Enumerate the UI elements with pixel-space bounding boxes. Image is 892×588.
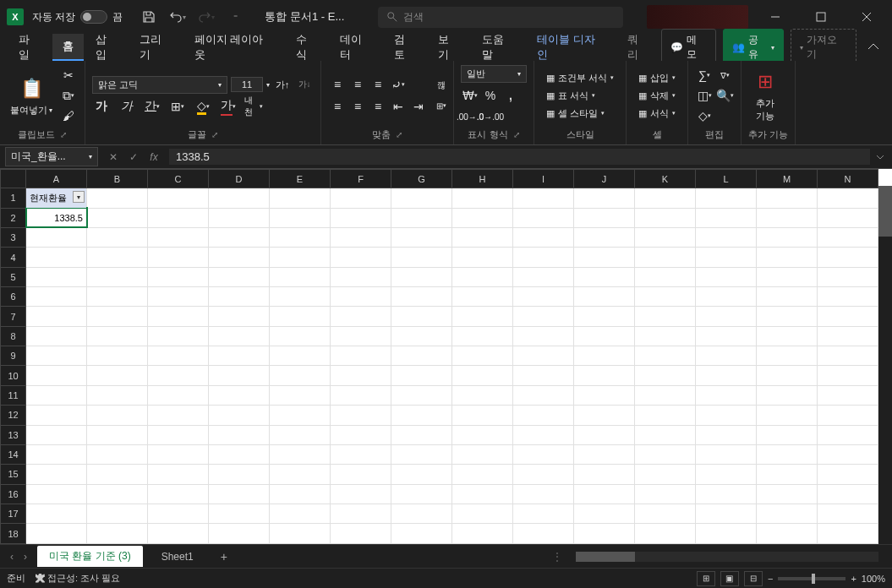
select-all-corner[interactable]: [1, 170, 26, 188]
cell-L18[interactable]: [696, 524, 757, 544]
cell-G9[interactable]: [391, 346, 452, 366]
cell-F5[interactable]: [331, 267, 391, 286]
cell-N7[interactable]: [818, 307, 878, 326]
cell-E1[interactable]: [270, 188, 331, 208]
number-launcher[interactable]: ⤢: [513, 130, 520, 139]
autosave-toggle[interactable]: 자동 저장 끔: [32, 10, 123, 24]
cell-K16[interactable]: [635, 484, 696, 504]
cell-M13[interactable]: [757, 425, 818, 444]
cell-L15[interactable]: [696, 465, 757, 484]
cell-N6[interactable]: [818, 287, 878, 307]
row-header-13[interactable]: 13: [1, 425, 26, 444]
add-sheet-button[interactable]: +: [212, 547, 236, 567]
horizontal-scrollbar[interactable]: [576, 552, 878, 562]
cell-A9[interactable]: [26, 346, 87, 366]
cell-I17[interactable]: [513, 504, 574, 524]
cell-F12[interactable]: [331, 406, 391, 425]
cell-D1[interactable]: [209, 188, 270, 208]
cell-E4[interactable]: [270, 248, 331, 267]
sheet-tab-sheet1[interactable]: Sheet1: [150, 547, 205, 566]
cell-J15[interactable]: [574, 465, 635, 484]
cell-D11[interactable]: [209, 385, 270, 405]
cell-G13[interactable]: [391, 425, 452, 444]
cell-L14[interactable]: [696, 444, 757, 464]
cell-J8[interactable]: [574, 326, 635, 346]
cell-E6[interactable]: [270, 287, 331, 307]
cell-G6[interactable]: [391, 287, 452, 307]
cell-B6[interactable]: [87, 287, 148, 307]
font-size-select[interactable]: 11: [231, 77, 263, 92]
cell-F15[interactable]: [331, 465, 391, 484]
comma-button[interactable]: ,: [501, 86, 520, 105]
cell-A6[interactable]: [26, 287, 87, 307]
cell-H7[interactable]: [452, 307, 513, 326]
phonetic-button[interactable]: 내천▾: [244, 97, 263, 116]
cell-F2[interactable]: [331, 208, 391, 227]
cell-B17[interactable]: [87, 504, 148, 524]
format-cells-button[interactable]: ▦서식▾: [633, 106, 681, 122]
column-header-I[interactable]: I: [513, 170, 574, 188]
cell-G2[interactable]: [391, 208, 452, 227]
cell-F11[interactable]: [331, 385, 391, 405]
cell-E17[interactable]: [270, 504, 331, 524]
cell-A16[interactable]: [26, 484, 87, 504]
cell-L10[interactable]: [696, 366, 757, 385]
cell-C9[interactable]: [148, 346, 209, 366]
cell-K18[interactable]: [635, 524, 696, 544]
cell-H2[interactable]: [452, 208, 513, 227]
cell-N10[interactable]: [818, 366, 878, 385]
paste-button[interactable]: 📋 붙여넣기▾: [7, 74, 56, 118]
view-page-layout-button[interactable]: ▣: [720, 571, 739, 586]
cell-L17[interactable]: [696, 504, 757, 524]
cell-E15[interactable]: [270, 465, 331, 484]
cell-F4[interactable]: [331, 248, 391, 267]
cell-D17[interactable]: [209, 504, 270, 524]
cell-E18[interactable]: [270, 524, 331, 544]
ribbon-collapse-button[interactable]: [863, 37, 884, 57]
font-name-select[interactable]: 맑은 고딕▾: [92, 76, 227, 94]
cell-K2[interactable]: [635, 208, 696, 227]
column-header-K[interactable]: K: [635, 170, 696, 188]
cell-B9[interactable]: [87, 346, 148, 366]
cell-styles-button[interactable]: ▦셀 스타일▾: [541, 106, 619, 122]
cell-B1[interactable]: [87, 188, 148, 208]
sort-filter-button[interactable]: ᐁ▾: [715, 66, 734, 84]
h-scrollbar-thumb[interactable]: [576, 552, 635, 562]
cell-B13[interactable]: [87, 425, 148, 444]
row-header-17[interactable]: 17: [1, 504, 26, 524]
cell-H10[interactable]: [452, 366, 513, 385]
cell-A7[interactable]: [26, 307, 87, 326]
cell-K14[interactable]: [635, 444, 696, 464]
cell-E9[interactable]: [270, 346, 331, 366]
cell-L3[interactable]: [696, 227, 757, 247]
cell-A15[interactable]: [26, 465, 87, 484]
cell-B2[interactable]: [87, 208, 148, 227]
cell-J12[interactable]: [574, 406, 635, 425]
cell-C12[interactable]: [148, 406, 209, 425]
cell-F14[interactable]: [331, 444, 391, 464]
toggle-switch-icon[interactable]: [80, 10, 107, 24]
cell-D13[interactable]: [209, 425, 270, 444]
cell-K12[interactable]: [635, 406, 696, 425]
column-header-G[interactable]: G: [391, 170, 452, 188]
cell-C17[interactable]: [148, 504, 209, 524]
cell-A14[interactable]: [26, 444, 87, 464]
account-area[interactable]: [647, 5, 748, 29]
cell-B3[interactable]: [87, 227, 148, 247]
cell-L8[interactable]: [696, 326, 757, 346]
cell-L16[interactable]: [696, 484, 757, 504]
cell-E16[interactable]: [270, 484, 331, 504]
cell-A8[interactable]: [26, 326, 87, 346]
cell-I12[interactable]: [513, 406, 574, 425]
row-header-11[interactable]: 11: [1, 385, 26, 405]
number-format-select[interactable]: 일반▾: [461, 65, 527, 83]
cell-A5[interactable]: [26, 267, 87, 286]
cell-E10[interactable]: [270, 366, 331, 385]
cell-L11[interactable]: [696, 385, 757, 405]
column-header-H[interactable]: H: [452, 170, 513, 188]
cell-J13[interactable]: [574, 425, 635, 444]
increase-indent-button[interactable]: ⇥: [409, 97, 428, 116]
accounting-button[interactable]: ₩▾: [461, 86, 479, 105]
cell-G18[interactable]: [391, 524, 452, 544]
qat-customize[interactable]: ⁼: [224, 6, 246, 28]
